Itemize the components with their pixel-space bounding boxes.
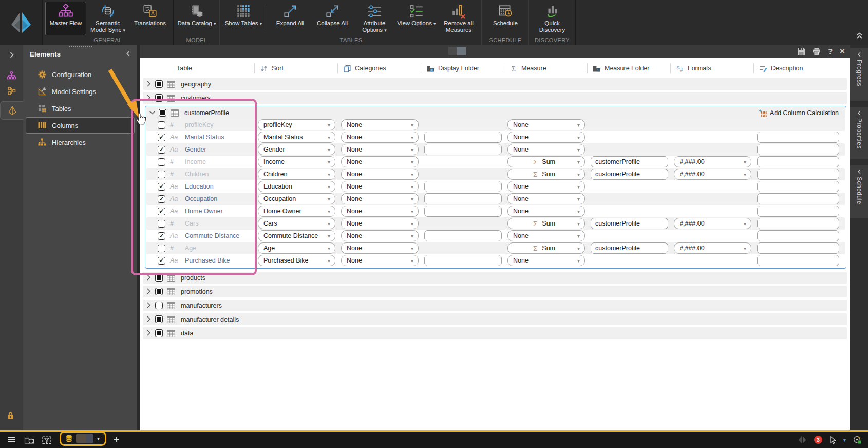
chevron-down-icon[interactable]: ▾ [843,437,846,443]
column-header-formats[interactable]: $#Formats [670,63,753,73]
side-tab-schedule[interactable]: Schedule [850,165,868,218]
help-button[interactable]: ? [828,47,833,55]
chevron-right-icon[interactable] [146,94,151,103]
measure-dropdown[interactable]: ΣSum▾ [507,169,585,180]
column-checkbox[interactable] [158,146,165,154]
categories-dropdown[interactable]: None▾ [341,156,419,167]
table-checkbox[interactable] [155,274,163,282]
display-folder-input[interactable] [424,193,502,204]
column-checkbox[interactable] [158,245,165,252]
categories-dropdown[interactable]: None▾ [341,132,419,143]
table-row-geography[interactable]: geography [143,78,847,90]
display-folder-input[interactable] [424,255,502,266]
ribbon-collapse-button[interactable] [856,32,863,41]
data-catalog-button[interactable]: Data Catalog ▾ [176,2,217,35]
side-tab-properties[interactable]: Properties [850,107,868,159]
table-row-customers[interactable]: customers [143,92,847,104]
sidebar-item-model-settings[interactable]: Model Settings [26,83,135,100]
column-header-categories[interactable]: Categories [337,63,421,73]
display-folder-input[interactable] [424,144,502,155]
categories-dropdown[interactable]: None▾ [341,230,419,241]
semantic-model-sync-button[interactable]: Semantic Model Sync ▾ [87,2,128,35]
taskbar-menu-button[interactable] [3,433,21,447]
chevron-right-icon[interactable] [146,329,151,338]
column-checkbox[interactable] [158,232,165,240]
description-input[interactable] [757,156,839,167]
description-input[interactable] [757,242,839,254]
table-row-promotions[interactable]: promotions [143,286,847,297]
taskbar-cursor-button[interactable] [829,436,837,444]
sidebar-item-columns[interactable]: Columns [26,117,135,134]
print-button[interactable] [813,47,821,55]
display-folder-input[interactable] [424,230,502,241]
chevron-right-icon[interactable] [146,273,151,283]
column-checkbox[interactable] [158,257,165,265]
sort-dropdown[interactable]: Income▾ [258,156,335,167]
categories-dropdown[interactable]: None▾ [341,119,419,130]
column-checkbox[interactable] [158,220,165,228]
categories-dropdown[interactable]: None▾ [341,242,419,254]
remove-all-measures-button[interactable]: Remove all Measures [438,2,479,35]
measure-dropdown[interactable]: None▾ [507,206,585,217]
column-header-display-folder[interactable]: Display Folder [421,63,504,73]
measure-dropdown[interactable]: None▾ [507,193,585,204]
close-button[interactable]: × [840,47,845,55]
expand-all-button[interactable]: Expand All [270,2,311,35]
table-row-customerprofile[interactable]: customerProfile+Add Column Calculation [146,107,845,119]
show-tables-button[interactable]: Show Tables ▾ [223,2,264,35]
description-input[interactable] [757,181,839,192]
expand-panel-button[interactable] [0,48,23,62]
description-input[interactable] [757,206,839,217]
view-options-button[interactable]: View Options ▾ [396,2,437,35]
display-folder-input[interactable] [424,181,502,192]
add-column-calculation-button[interactable]: +Add Column Calculation [759,109,839,117]
formats-dropdown[interactable]: #,###.00▾ [674,169,751,180]
measure-folder-input[interactable] [591,218,668,229]
column-checkbox[interactable] [158,183,165,191]
sort-dropdown[interactable]: Commute Distance▾ [258,230,335,241]
table-checkbox[interactable] [159,109,166,117]
collapse-panel-button[interactable] [125,50,131,58]
sort-dropdown[interactable]: profileKey▾ [258,119,335,130]
column-header-description[interactable]: Description [753,63,847,73]
sidebar-item-configuration[interactable]: Configuration [26,66,135,83]
formats-dropdown[interactable]: #,###.00▾ [674,156,751,167]
column-checkbox[interactable] [158,195,165,203]
description-input[interactable] [757,169,839,180]
measure-dropdown[interactable]: None▾ [507,181,585,192]
dock-handle[interactable] [448,47,466,55]
table-checkbox[interactable] [155,80,163,88]
table-checkbox[interactable] [155,302,163,309]
model-relations-rail-icon[interactable] [0,84,23,98]
table-checkbox[interactable] [155,288,163,295]
description-input[interactable] [757,144,839,155]
sort-dropdown[interactable]: Education▾ [258,181,335,192]
table-row-manufacturer-details[interactable]: manufacturer details [143,313,847,325]
attribute-options-button[interactable]: Attribute Options ▾ [354,2,395,35]
description-input[interactable] [757,255,839,266]
chevron-down-icon[interactable] [150,108,155,118]
measure-dropdown[interactable]: ΣSum▾ [507,156,585,167]
categories-dropdown[interactable]: None▾ [341,144,419,155]
side-tab-progress[interactable]: Progress [850,48,868,101]
description-input[interactable] [757,230,839,241]
table-row-products[interactable]: products [143,272,847,284]
sort-dropdown[interactable]: Home Owner▾ [258,206,335,217]
categories-dropdown[interactable]: None▾ [341,218,419,229]
table-checkbox[interactable] [155,94,163,102]
formats-dropdown[interactable]: #,###.00▾ [674,218,751,229]
sort-dropdown[interactable]: Purchased Bike▾ [258,255,335,266]
chevron-right-icon[interactable] [146,287,151,296]
categories-dropdown[interactable]: None▾ [341,206,419,217]
chevron-right-icon[interactable] [146,315,151,324]
sort-dropdown[interactable]: Marital Status▾ [258,132,335,143]
measure-dropdown[interactable]: None▾ [507,144,585,155]
measure-dropdown[interactable]: None▾ [507,230,585,241]
taskbar-folder-chat-button[interactable] [21,433,38,447]
taskbar-active-window[interactable]: ▾ [60,431,106,446]
chevron-right-icon[interactable] [146,80,151,89]
schedule-button[interactable]: Schedule [485,2,526,35]
measure-dropdown[interactable]: None▾ [507,119,585,130]
description-input[interactable] [757,132,839,143]
quick-discovery-button[interactable]: Quick Discovery [532,2,573,35]
